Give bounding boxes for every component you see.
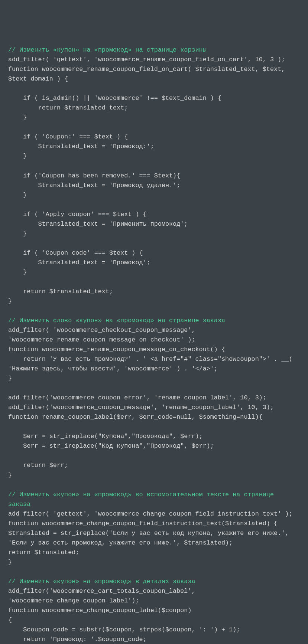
- code-block: // Изменить «купон» на «промокод» на стр…: [8, 45, 300, 644]
- code-line: {: [8, 617, 12, 624]
- code-line: function woocommerce_change_coupon_label…: [8, 607, 191, 614]
- code-line: add_filter( 'gettext', 'woocommerce_rena…: [8, 56, 285, 63]
- code-line: }: [8, 192, 27, 199]
- code-line: if ( 'Apply coupon' === $text ) {: [8, 211, 147, 218]
- code-line: // Изменить «купон» на «промокод» во всп…: [8, 491, 278, 508]
- code-line: $translated_text = 'Применить промокод';: [8, 220, 188, 228]
- code-line: $translated_text = 'Промокод удалён.';: [8, 182, 180, 189]
- code-line: add_filter( 'gettext', 'woocommerce_chan…: [8, 510, 292, 517]
- code-line: return $translated_text;: [8, 288, 113, 295]
- code-line: $err = str_ireplace("Купона","Промокода"…: [8, 433, 203, 440]
- code-line: return $translated;: [8, 549, 79, 556]
- code-line: function woocommerce_change_coupon_field…: [8, 520, 278, 527]
- code-line: $err = str_ireplace("Код купона","Промок…: [8, 442, 214, 450]
- code-line: $coupon_code = substr($coupon, strpos($c…: [8, 626, 240, 633]
- code-line: $translated_text = 'Промокод';: [8, 259, 150, 266]
- code-line: if ( 'Coupon:' === $text ) {: [8, 133, 128, 140]
- code-line: return 'Промокод: '.$coupon_code;: [8, 636, 147, 643]
- code-line: if ( is_admin() || 'woocommerce' !== $te…: [8, 95, 221, 102]
- code-line: return 'У вас есть промокод?' . ' <a hre…: [8, 356, 296, 372]
- code-line: // Изменить слово «купон» на «промокод» …: [8, 317, 225, 324]
- code-line: }: [8, 230, 27, 237]
- code-line: $translated_text = 'Промокод:';: [8, 143, 154, 150]
- code-line: return $err;: [8, 462, 68, 469]
- code-line: }: [8, 375, 12, 382]
- code-line: // Изменить «купон» на «промокод» на стр…: [8, 46, 207, 53]
- code-line: }: [8, 153, 27, 160]
- code-line: // Изменить «купон» на «промокод» в дета…: [8, 578, 195, 585]
- code-line: add_filter('woocommerce_coupon_message',…: [8, 404, 274, 411]
- code-line: add_filter('woocommerce_cart_totals_coup…: [8, 588, 199, 604]
- code-line: function woocommerce_rename_coupon_messa…: [8, 346, 225, 353]
- code-line: if ( 'Coupon code' === $text ) {: [8, 249, 143, 256]
- code-line: }: [8, 559, 12, 566]
- code-line: }: [8, 269, 27, 276]
- code-line: add_filter( 'woocommerce_checkout_coupon…: [8, 327, 199, 343]
- code-line: return $translated_text;: [8, 104, 128, 111]
- code-line: if ('Coupon has been removed.' === $text…: [8, 172, 180, 179]
- code-line: }: [8, 298, 12, 305]
- code-line: }: [8, 114, 27, 121]
- code-line: add_filter('woocommerce_coupon_error', '…: [8, 394, 266, 401]
- code-line: }: [8, 472, 12, 479]
- code-line: function woocommerce_rename_coupon_field…: [8, 66, 289, 82]
- code-line: function rename_coupon_label($err, $err_…: [8, 413, 263, 421]
- code-line: $translated = str_ireplace('Если у вас е…: [8, 530, 292, 546]
